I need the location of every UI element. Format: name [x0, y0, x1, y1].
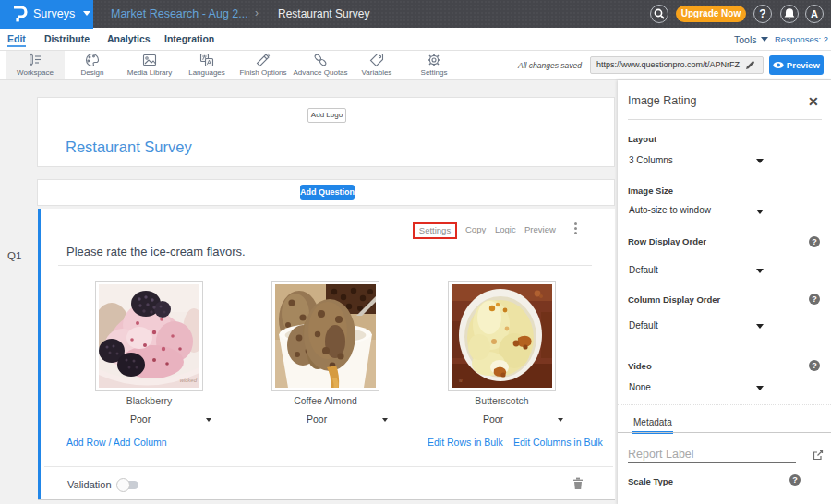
svg-text:wicked: wicked [180, 378, 198, 383]
svg-text:w: w [459, 378, 463, 383]
